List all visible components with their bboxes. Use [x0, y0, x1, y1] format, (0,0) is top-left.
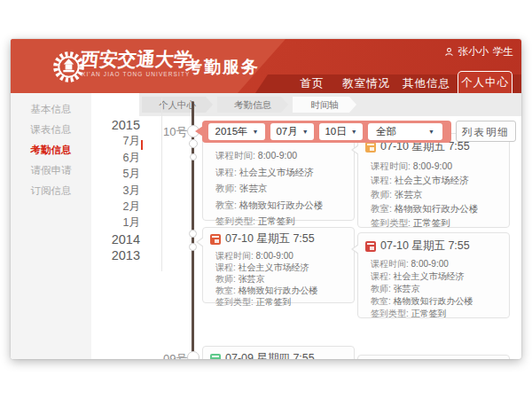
- attendance-card[interactable]: 07-10 星期五 7:55 课程时间: 8:00-9:00 课程: 社会主义市…: [202, 227, 355, 303]
- timeline-entry-feb[interactable]: 2月: [98, 199, 140, 215]
- attendance-card[interactable]: 07-10 星期五 7:55 课程时间: 8:00-9:00 课程: 社会主义市…: [357, 133, 510, 228]
- timeline-node: [187, 351, 200, 359]
- field-label: 教室:: [371, 296, 391, 306]
- user-icon: [444, 47, 454, 57]
- field-value: 张芸京: [239, 274, 265, 284]
- field-label: 教师:: [215, 183, 237, 193]
- user-role: 学生: [493, 45, 513, 59]
- field-value: 格物致知行政办公楼: [239, 286, 318, 295]
- sidebar-item-attendance-info-active[interactable]: 考勤信息: [11, 140, 91, 160]
- field-label: 签到类型:: [371, 309, 409, 318]
- card-date-title: 07-10 星期五 7:55: [380, 239, 470, 254]
- field-value: 张芸京: [395, 189, 423, 200]
- field-value: 社会主义市场经济: [239, 167, 314, 177]
- timeline-node: [189, 243, 197, 251]
- field-value: 正常签到: [258, 215, 295, 226]
- field-value: 张芸京: [394, 284, 420, 293]
- nav-item-other-info[interactable]: 其他信息: [401, 74, 452, 93]
- timeline-entry-2015[interactable]: 2015: [98, 117, 140, 133]
- breadcrumb-timeline[interactable]: 时间轴: [293, 97, 356, 113]
- field-label: 教室:: [215, 200, 237, 210]
- attendance-app-window: 西安交通大学 XI'AN JIAO TONG UNIVERSITY 考勤服务 张…: [11, 39, 521, 359]
- field-label: 签到类型:: [215, 215, 255, 226]
- timeline-entry-may[interactable]: 5月: [98, 166, 140, 182]
- attendance-card[interactable]: 07-09 星期四 7:55: [202, 346, 355, 359]
- type-select-value: 全部: [376, 125, 396, 138]
- timeline-year-list: 2015 7月 6月 5月 3月 2月 1月 2014 2013: [98, 117, 140, 264]
- caret-down-icon: ▼: [302, 129, 309, 135]
- app-header: 西安交通大学 XI'AN JIAO TONG UNIVERSITY 考勤服务 张…: [11, 39, 521, 93]
- timeline-entry-2014[interactable]: 2014: [98, 231, 140, 247]
- screenshot-stage: 西安交通大学 XI'AN JIAO TONG UNIVERSITY 考勤服务 张…: [0, 0, 532, 399]
- university-name-en: XI'AN JIAO TONG UNIVERSITY: [82, 71, 190, 77]
- attendance-status-green-icon: [210, 354, 221, 360]
- sidebar-item-schedule-info[interactable]: 课表信息: [11, 120, 91, 140]
- field-value: 格物致知行政办公楼: [239, 200, 324, 210]
- field-value: 8:00-9:00: [256, 251, 293, 261]
- attendance-card[interactable]: 07-10 星期五 7:55 课程时间: 8:00-9:00 课程: 社会主义市…: [357, 232, 510, 318]
- attendance-status-vermilion-icon: [210, 234, 221, 245]
- timeline-entry-jul[interactable]: 7月: [98, 133, 140, 149]
- field-value: 格物致知行政办公楼: [395, 203, 479, 214]
- attendance-status-red-icon: [365, 241, 376, 252]
- month-select[interactable]: 07月 ▼: [270, 123, 314, 140]
- timeline-entry-2013[interactable]: 2013: [98, 247, 140, 263]
- sidebar-item-leave-request[interactable]: 请假申请: [11, 160, 91, 181]
- field-label: 签到类型:: [215, 297, 254, 307]
- field-value: 8:00-9:00: [411, 259, 449, 269]
- breadcrumb-attendance-info[interactable]: 考勤信息: [217, 97, 288, 113]
- attendance-card-body: 课程时间: 8:00-9:00 课程: 社会主义市场经济 教师: 张芸京 教室:…: [358, 255, 509, 320]
- caret-down-icon: ▼: [428, 129, 434, 135]
- timeline-separator-line: [161, 98, 162, 271]
- field-label: 课程:: [371, 271, 391, 281]
- attendance-status-orange-icon: [365, 142, 376, 153]
- field-value: 正常签到: [256, 297, 292, 307]
- field-label: 签到类型:: [371, 217, 411, 228]
- field-label: 教室:: [215, 286, 236, 295]
- attendance-card-body: 课程时间: 8:00-9:00 课程: 社会主义市场经济 教师: 张芸京 教室:…: [203, 147, 354, 230]
- field-label: 课程时间:: [371, 160, 411, 171]
- nav-item-classrooms[interactable]: 教室情况: [340, 74, 392, 93]
- field-label: 教师:: [371, 284, 391, 293]
- timeline-node: [189, 139, 198, 148]
- field-label: 课程时间:: [215, 251, 254, 261]
- service-title: 考勤服务: [185, 56, 260, 79]
- list-detail-button[interactable]: 列表明细: [456, 121, 516, 142]
- caret-down-icon: ▼: [351, 129, 357, 135]
- year-select[interactable]: 2015年 ▼: [208, 123, 265, 140]
- card-date-title: 07-10 星期五 7:55: [225, 231, 315, 246]
- field-value: 正常签到: [413, 217, 450, 228]
- user-menu[interactable]: 张小小 学生: [444, 45, 514, 58]
- day-select-value: 10日: [325, 125, 346, 138]
- university-name-cn: 西安交通大学: [80, 47, 189, 72]
- breadcrumb-personal-center[interactable]: 个人中心: [142, 97, 213, 113]
- year-select-value: 2015年: [215, 125, 247, 138]
- sidebar: 基本信息 课表信息 考勤信息 请假申请 订阅信息: [11, 93, 91, 359]
- field-value: 8:00-9:00: [413, 160, 452, 171]
- field-value: 格物致知行政办公楼: [394, 296, 473, 306]
- attendance-card-header: 07-10 星期五 7:55: [203, 228, 354, 248]
- timeline-entry-jan[interactable]: 1月: [98, 215, 140, 231]
- nav-tab-personal-center-active[interactable]: 个人中心: [458, 71, 512, 93]
- sidebar-item-basic-info[interactable]: 基本信息: [11, 99, 91, 120]
- field-value: 社会主义市场经济: [394, 271, 465, 281]
- field-label: 教师:: [215, 274, 236, 284]
- field-value: 正常签到: [411, 309, 447, 318]
- field-label: 课程:: [215, 167, 237, 177]
- field-value: 社会主义市场经济: [239, 262, 309, 272]
- timeline-node: [190, 153, 197, 160]
- sidebar-item-subscription-info[interactable]: 订阅信息: [11, 181, 91, 201]
- timeline-entry-mar[interactable]: 3月: [98, 183, 140, 199]
- attendance-card[interactable]: [357, 355, 510, 359]
- card-pointer: [351, 145, 358, 155]
- field-value: 社会主义市场经济: [395, 175, 469, 185]
- timeline-entry-jun[interactable]: 6月: [98, 150, 140, 166]
- nav-item-home[interactable]: 首页: [293, 74, 332, 93]
- attendance-card-body: 课程时间: 8:00-9:00 课程: 社会主义市场经济 教师: 张芸京 教室:…: [358, 156, 509, 230]
- filter-bar: 2015年 ▼ 07月 ▼ 10日 ▼ 全部 ▼: [202, 121, 451, 143]
- attendance-card-body: 课程时间: 8:00-9:00 课程: 社会主义市场经济 教师: 张芸京 教室:…: [203, 248, 354, 308]
- current-month-cursor: [141, 140, 143, 150]
- card-date-title: 07-09 星期四 7:55: [225, 351, 315, 359]
- day-select[interactable]: 10日 ▼: [319, 123, 363, 140]
- type-select[interactable]: 全部 ▼: [368, 123, 442, 140]
